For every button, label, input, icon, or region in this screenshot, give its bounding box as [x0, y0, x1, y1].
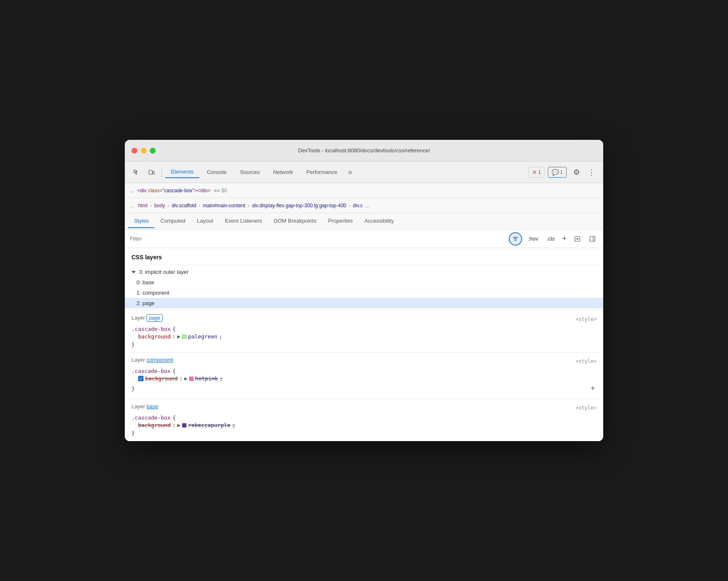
sub-tab-properties[interactable]: Properties — [322, 214, 359, 228]
new-style-rule-button[interactable] — [572, 233, 583, 245]
css-colon: : — [172, 333, 176, 340]
layer-link-page[interactable]: page — [146, 314, 163, 322]
layer-label-base: Layer base — [131, 403, 158, 410]
tab-network[interactable]: Network — [267, 166, 299, 178]
titlebar-title: DevTools - localhost:8080/docs/devtools/… — [298, 147, 430, 154]
css-declaration-line-component: ✓ background : ▶ hotpink ; — [131, 375, 597, 382]
color-swatch-hotpink[interactable] — [189, 377, 193, 381]
layer-item-label: 2: page — [136, 300, 154, 306]
more-tabs-button[interactable]: » — [345, 166, 356, 178]
add-style-rule-button[interactable]: + — [560, 233, 568, 245]
triangle-right-icon[interactable]: ▶ — [177, 334, 181, 339]
css-value-rebeccapurple: rebeccapurple — [188, 422, 230, 428]
css-brace-close-line-component: } + — [131, 382, 597, 395]
style-source-page[interactable]: <style> — [575, 316, 597, 322]
svg-rect-1 — [153, 171, 154, 174]
triangle-right-icon-base[interactable]: ▶ — [177, 423, 181, 427]
breadcrumb-close-tag: ></div> — [194, 188, 211, 194]
bc-dots: ... — [130, 203, 134, 209]
bc-end-dots: ... — [365, 203, 369, 209]
layer-label-page: Layer page — [131, 315, 163, 321]
bc-sep3: › — [199, 203, 201, 209]
layer-item-label: 1: component — [136, 290, 169, 296]
checkbox-component[interactable]: ✓ — [138, 376, 144, 381]
toggle-sidebar-button[interactable] — [587, 233, 598, 245]
filter-input[interactable] — [130, 236, 505, 242]
add-rule-button-component[interactable]: + — [589, 382, 597, 395]
bc-sep4: › — [248, 203, 250, 209]
filter-cls-button[interactable]: .cls — [544, 234, 557, 243]
css-rule-page: .cascade-box { background : ▶ palegreen … — [131, 325, 597, 348]
css-semicolon: ; — [219, 333, 223, 340]
sub-tab-computed[interactable]: Computed — [154, 214, 191, 228]
css-selector-component: .cascade-box — [131, 368, 171, 374]
inspect-element-button[interactable] — [130, 166, 143, 179]
sub-tab-layout[interactable]: Layout — [191, 214, 219, 228]
dom-breadcrumb: ... html › body › div.scaffold › main#ma… — [125, 198, 603, 213]
rule-section-component: Layer component <style> .cascade-box { ✓… — [125, 353, 603, 399]
css-prop-background: background — [138, 333, 171, 340]
filter-bar: :hov .cls + — [125, 230, 603, 248]
sub-tab-dom-breakpoints[interactable]: DOM Breakpoints — [268, 214, 322, 228]
sub-tab-accessibility[interactable]: Accessibility — [359, 214, 400, 228]
filter-hov-button[interactable]: :hov — [525, 234, 541, 243]
breadcrumb-el: <div class="cascade-box"></div> — [137, 188, 210, 194]
device-toolbar-button[interactable] — [145, 166, 158, 179]
sub-tab-event-listeners[interactable]: Event Listeners — [219, 214, 268, 228]
bc-main[interactable]: main#main-content — [203, 203, 245, 209]
error-badge[interactable]: ✕ 1 — [528, 167, 545, 178]
bc-div-c[interactable]: div.c — [353, 203, 363, 209]
css-selector-line-base: .cascade-box { — [131, 414, 597, 421]
maximize-button[interactable] — [150, 148, 156, 154]
bc-div-flex[interactable]: div.display-flex.gap-top-300.lg:gap-top-… — [252, 203, 347, 209]
tab-console[interactable]: Console — [201, 166, 233, 178]
breadcrumb-div-open: <div — [137, 188, 148, 194]
minimize-button[interactable] — [141, 148, 146, 154]
layer-item-base[interactable]: 0: base — [125, 277, 603, 288]
color-swatch-palegreen[interactable] — [182, 335, 186, 339]
bc-html[interactable]: html — [138, 203, 148, 209]
css-selector-page: .cascade-box — [131, 326, 171, 332]
css-value-hotpink: hotpink — [195, 375, 218, 382]
css-brace-open-base: { — [172, 415, 176, 421]
css-rule-base: .cascade-box { background : ▶ rebeccapur… — [131, 414, 597, 437]
message-count: 1 — [560, 169, 563, 175]
layer-link-component[interactable]: component — [146, 357, 173, 363]
tab-elements[interactable]: Elements — [165, 166, 199, 178]
css-prop-background-base: background — [138, 422, 171, 428]
layer-label-component: Layer component — [131, 357, 173, 363]
css-rule-component: .cascade-box { ✓ background : ▶ hotpink … — [131, 367, 597, 395]
settings-button[interactable]: ⚙ — [570, 166, 583, 179]
css-semicolon-component: ; — [220, 375, 223, 382]
tab-performance[interactable]: Performance — [300, 166, 343, 178]
layer-item-page[interactable]: 2: page — [125, 298, 603, 308]
layer-item-component[interactable]: 1: component — [125, 288, 603, 298]
color-swatch-rebeccapurple[interactable] — [182, 423, 186, 427]
error-count: 1 — [538, 169, 541, 175]
close-button[interactable] — [131, 148, 137, 154]
layer-parent-item[interactable]: 3: implicit outer layer — [125, 267, 603, 277]
style-source-base[interactable]: <style> — [575, 405, 597, 411]
bc-scaffold[interactable]: div.scaffold — [172, 203, 196, 209]
triangle-right-icon-component[interactable]: ▶ — [184, 376, 188, 381]
svg-rect-0 — [149, 170, 152, 174]
devtools-window: DevTools - localhost:8080/docs/devtools/… — [125, 140, 603, 441]
sub-tab-styles[interactable]: Styles — [128, 214, 154, 228]
layer-link-base[interactable]: base — [146, 403, 158, 410]
css-declaration-line: background : ▶ palegreen ; — [131, 333, 597, 340]
bc-sep1: › — [150, 203, 152, 209]
style-source-component[interactable]: <style> — [575, 358, 597, 364]
css-brace-close: } — [131, 341, 135, 348]
css-brace-open: { — [172, 326, 176, 332]
breadcrumb-dollar: $0 — [221, 188, 227, 194]
bc-body[interactable]: body — [154, 203, 165, 209]
svg-rect-3 — [514, 238, 517, 239]
tab-sources[interactable]: Sources — [234, 166, 266, 178]
message-badge[interactable]: 💬 1 — [548, 167, 567, 178]
more-options-button[interactable]: ⋮ — [585, 166, 598, 179]
layer-filter-button[interactable] — [509, 232, 522, 246]
selected-element-bar: ... <div class="cascade-box"></div> == $… — [125, 183, 603, 198]
css-selector-base: .cascade-box — [131, 415, 171, 421]
css-brace-open-component: { — [172, 368, 176, 374]
breadcrumb-class-attr: class= — [148, 188, 162, 194]
